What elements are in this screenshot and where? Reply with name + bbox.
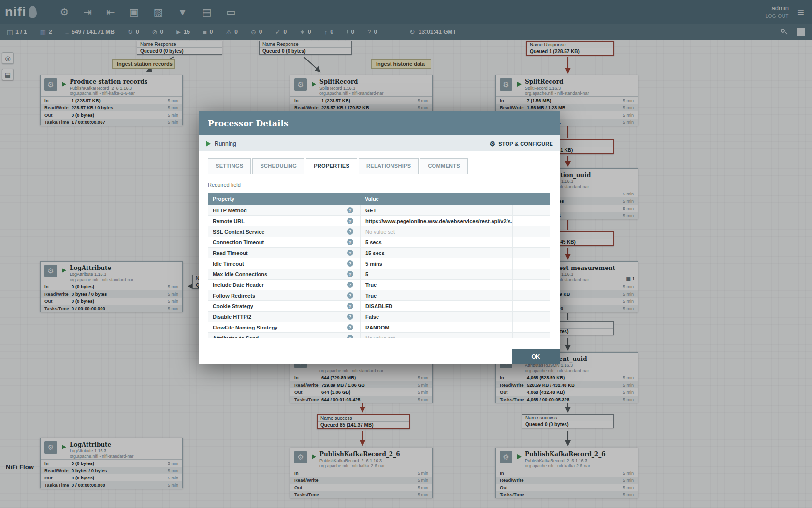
dialog-tabs: SETTINGS SCHEDULING PROPERTIES RELATIONS… [208, 158, 550, 174]
property-value: GET [360, 205, 512, 215]
running-status-icon [206, 141, 211, 147]
property-row: Max Idle Connections? 5 [208, 269, 550, 280]
gear-icon: ⚙ [489, 140, 495, 148]
help-icon[interactable]: ? [347, 314, 353, 320]
dialog-body: SETTINGS SCHEDULING PROPERTIES RELATIONS… [199, 151, 560, 338]
stop-and-configure-button[interactable]: ⚙ STOP & CONFIGURE [489, 140, 553, 148]
property-value: 5 mins [360, 258, 512, 269]
property-value: No value set [360, 333, 512, 338]
ok-button[interactable]: OK [512, 349, 560, 364]
dialog-status-row: Running ⚙ STOP & CONFIGURE [199, 135, 560, 151]
help-icon[interactable]: ? [347, 282, 353, 288]
property-row: Read Timeout? 15 secs [208, 248, 550, 258]
property-value: True [360, 280, 512, 290]
help-icon[interactable]: ? [347, 335, 353, 338]
tab-relationships[interactable]: RELATIONSHIPS [359, 158, 419, 174]
property-row: SSL Context Service? No value set [208, 226, 550, 237]
properties-table: Property Value HTTP Method? GET Remote U… [208, 193, 550, 338]
run-status-label: Running [215, 140, 236, 147]
processor-details-dialog: Processor Details Running ⚙ STOP & CONFI… [199, 111, 560, 364]
tab-properties[interactable]: PROPERTIES [306, 158, 357, 174]
tab-settings[interactable]: SETTINGS [208, 158, 251, 174]
help-icon[interactable]: ? [347, 239, 353, 245]
property-value: No value set [360, 226, 512, 237]
help-icon[interactable]: ? [347, 207, 353, 213]
help-icon[interactable]: ? [347, 218, 353, 224]
property-row: Connection Timeout? 5 secs [208, 237, 550, 248]
property-row: Attributes to Send? No value set [208, 333, 550, 338]
help-icon[interactable]: ? [347, 292, 353, 299]
property-value: https://www.pegelonline.wsv.de/webservic… [360, 216, 512, 226]
property-value: False [360, 312, 512, 322]
property-row: Include Date Header? True [208, 280, 550, 290]
property-row: Cookie Strategy? DISABLED [208, 301, 550, 312]
property-value: 5 [360, 269, 512, 279]
property-row: HTTP Method? GET [208, 205, 550, 216]
help-icon[interactable]: ? [347, 228, 353, 235]
value-column-header: Value [360, 196, 550, 202]
dialog-title: Processor Details [199, 111, 560, 135]
help-icon[interactable]: ? [347, 303, 353, 309]
property-value: 15 secs [360, 248, 512, 258]
help-icon[interactable]: ? [347, 324, 353, 330]
tab-comments[interactable]: COMMENTS [420, 158, 468, 174]
property-row: Disable HTTP/2? False [208, 312, 550, 322]
property-row: Idle Timeout? 5 mins [208, 258, 550, 269]
property-value: True [360, 290, 512, 300]
property-row: Follow Redirects? True [208, 290, 550, 301]
property-value: 5 secs [360, 237, 512, 247]
required-field-note: Required field [208, 182, 550, 188]
tab-scheduling[interactable]: SCHEDULING [252, 158, 304, 174]
help-icon[interactable]: ? [347, 260, 353, 267]
property-value: DISABLED [360, 301, 512, 311]
properties-table-header: Property Value [208, 193, 550, 205]
property-value: RANDOM [360, 322, 512, 332]
help-icon[interactable]: ? [347, 250, 353, 256]
property-column-header: Property [208, 196, 360, 202]
help-icon[interactable]: ? [347, 271, 353, 277]
property-row: FlowFile Naming Strategy? RANDOM [208, 322, 550, 333]
property-row: Remote URL? https://www.pegelonline.wsv.… [208, 216, 550, 226]
